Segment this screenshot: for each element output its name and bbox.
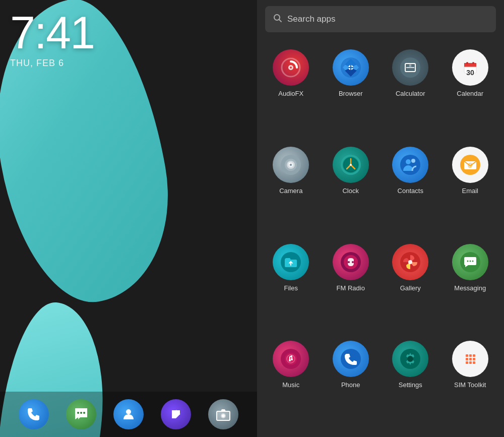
svg-point-55	[472, 260, 473, 262]
calculator-label: Calculator	[396, 90, 425, 97]
svg-rect-73	[473, 361, 475, 364]
browser-icon	[333, 49, 369, 86]
app-gallery[interactable]: Gallery	[381, 238, 440, 335]
search-placeholder: Search apps	[287, 14, 335, 24]
app-drawer: Search apps AudioFX	[257, 0, 504, 437]
app-fmradio[interactable]: FM Radio	[321, 238, 381, 335]
svg-rect-65	[466, 354, 468, 357]
clock-icon	[333, 147, 369, 183]
svg-point-0	[77, 412, 79, 414]
phone-icon	[333, 341, 369, 377]
contacts-label: Contacts	[398, 187, 423, 195]
svg-rect-72	[469, 361, 472, 364]
dock-camera[interactable]	[208, 399, 238, 429]
svg-point-12	[290, 67, 292, 69]
svg-point-49	[352, 261, 354, 263]
app-music[interactable]: Music	[261, 335, 321, 432]
camera-label: Camera	[279, 187, 302, 195]
svg-text:≡: ≡	[409, 63, 412, 68]
app-settings[interactable]: Settings	[381, 335, 440, 432]
gallery-icon	[392, 244, 428, 280]
dock	[0, 392, 257, 437]
clock-label: Clock	[342, 187, 359, 195]
svg-text:@: @	[468, 162, 473, 168]
svg-point-1	[80, 412, 82, 414]
clock-time: 7:41	[10, 10, 94, 55]
camera-icon	[273, 147, 309, 183]
app-simtoolkit[interactable]: SIM Toolkit	[440, 335, 500, 432]
app-messaging[interactable]: Messaging	[440, 238, 500, 335]
dock-phone[interactable]	[19, 399, 49, 429]
svg-point-40	[411, 159, 415, 163]
svg-point-63	[407, 356, 413, 362]
svg-point-51	[408, 260, 412, 264]
app-clock[interactable]: Clock	[321, 141, 381, 238]
app-email[interactable]: @ Email	[440, 141, 500, 238]
email-label: Email	[462, 187, 478, 195]
svg-rect-20	[464, 63, 476, 67]
svg-rect-71	[466, 361, 468, 364]
search-bar[interactable]: Search apps	[265, 6, 496, 32]
app-audiofx[interactable]: AudioFX	[261, 43, 321, 141]
svg-point-29	[290, 164, 292, 166]
browser-label: Browser	[339, 90, 363, 97]
svg-point-2	[83, 412, 85, 414]
clock-date: THU, FEB 6	[10, 58, 94, 69]
fmradio-icon	[333, 244, 369, 280]
settings-label: Settings	[399, 381, 422, 389]
svg-rect-69	[469, 358, 472, 360]
calendar-label: Calendar	[457, 90, 483, 97]
app-browser[interactable]: Browser	[321, 43, 381, 141]
svg-rect-67	[473, 354, 475, 357]
app-files[interactable]: Files	[261, 238, 321, 335]
svg-point-59	[289, 359, 291, 361]
dock-messaging[interactable]	[66, 399, 96, 429]
music-icon	[273, 341, 309, 377]
settings-icon	[392, 341, 428, 377]
app-phone[interactable]: Phone	[321, 335, 381, 432]
svg-point-53	[467, 260, 468, 262]
svg-point-37	[350, 164, 352, 166]
wallpaper-panel: 7:41 THU, FEB 6	[0, 0, 257, 437]
music-label: Music	[282, 381, 299, 389]
dock-browser[interactable]	[161, 399, 191, 429]
files-label: Files	[284, 284, 298, 292]
messaging-icon	[452, 244, 488, 280]
contacts-icon	[392, 147, 428, 183]
phone-label: Phone	[341, 381, 360, 389]
email-icon: @	[452, 147, 488, 183]
audiofx-icon	[273, 49, 309, 86]
dock-contacts[interactable]	[113, 399, 144, 429]
calendar-icon: 30	[452, 49, 488, 86]
svg-point-54	[469, 260, 471, 262]
svg-point-30	[288, 162, 290, 164]
gallery-label: Gallery	[400, 284, 421, 292]
time-display: 7:41 THU, FEB 6	[10, 10, 94, 69]
svg-rect-70	[473, 358, 475, 360]
app-contacts[interactable]: Contacts	[381, 141, 440, 238]
messaging-label: Messaging	[454, 284, 486, 292]
svg-marker-4	[172, 410, 180, 418]
svg-point-61	[341, 349, 361, 369]
app-calendar[interactable]: 30 Calendar	[440, 43, 500, 141]
svg-point-39	[406, 159, 411, 164]
app-calculator[interactable]: ≡ Calculator	[381, 43, 440, 141]
svg-point-3	[126, 409, 131, 414]
files-icon	[273, 244, 309, 280]
svg-text:30: 30	[466, 69, 474, 77]
fmradio-label: FM Radio	[337, 284, 365, 292]
simtoolkit-label: SIM Toolkit	[454, 381, 486, 389]
audiofx-label: AudioFX	[278, 90, 303, 97]
app-camera[interactable]: Camera	[261, 141, 321, 238]
svg-point-60	[291, 358, 293, 360]
svg-rect-68	[466, 358, 468, 360]
search-icon	[273, 14, 282, 25]
calculator-icon: ≡	[392, 49, 428, 86]
svg-point-23	[466, 62, 468, 64]
svg-rect-66	[469, 354, 472, 357]
svg-point-24	[472, 62, 474, 64]
svg-point-48	[348, 261, 350, 263]
simtoolkit-icon	[452, 341, 488, 377]
svg-point-38	[400, 155, 420, 175]
apps-grid: AudioFX Browser	[257, 38, 504, 437]
